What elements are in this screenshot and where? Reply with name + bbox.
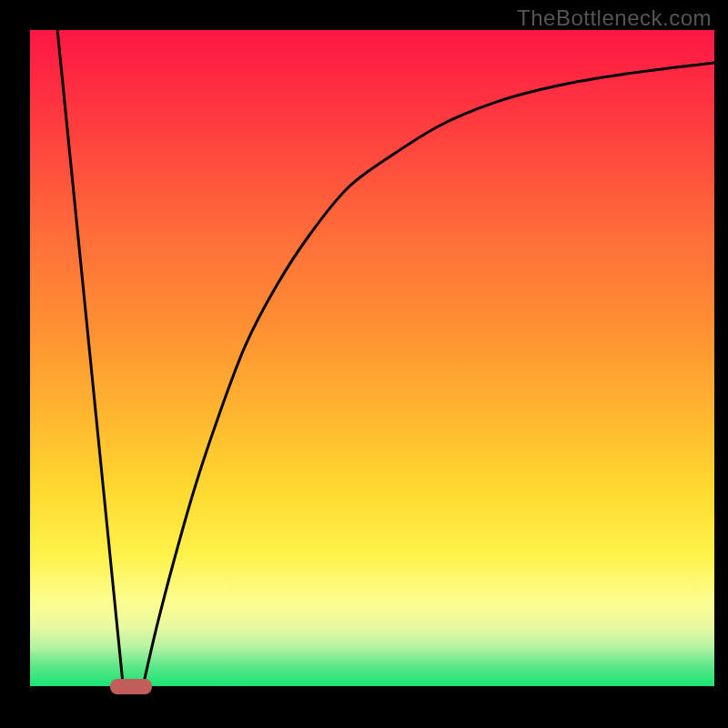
bottleneck-marker [110,679,152,694]
chart-svg [30,30,714,686]
chart-bottom-band [30,686,714,722]
chart-background [30,30,714,686]
watermark-text: TheBottleneck.com [517,5,712,31]
chart-plot-area [30,30,714,686]
